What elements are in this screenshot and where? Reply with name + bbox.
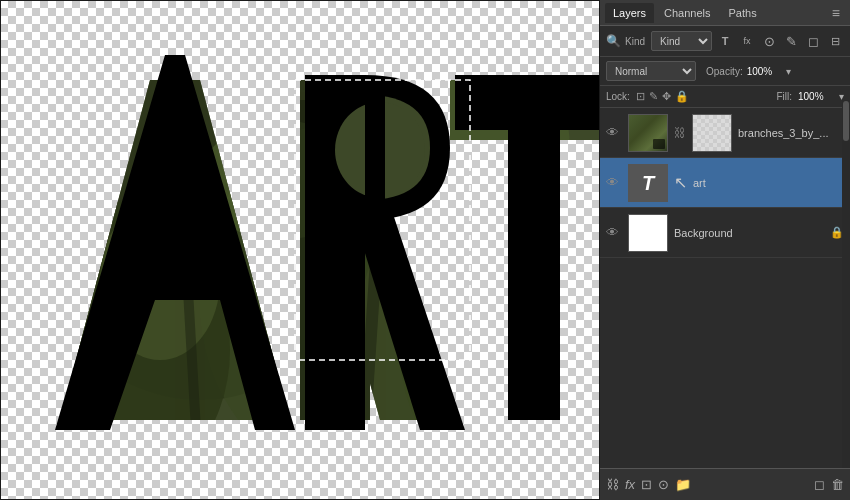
layer-mask-thumb-branches [692,114,732,152]
fill-label: Fill: [776,91,792,102]
lock-image-icon[interactable]: ✎ [649,90,658,103]
fill-value: 100% [798,91,833,102]
text-filter-icon[interactable]: T [716,32,734,50]
smart-filter-icon[interactable]: ⊟ [826,32,844,50]
lock-label: Lock: [606,91,630,102]
kind-dropdown[interactable]: Kind [651,31,712,51]
canvas-area [0,0,600,500]
opacity-value: 100% [747,66,782,77]
filter-row: 🔍 Kind Kind T fx ⊙ ✎ ◻ ⊟ [600,26,850,57]
opacity-arrow: ▾ [786,66,791,77]
blend-mode-dropdown[interactable]: Normal Multiply Screen Overlay [606,61,696,81]
layer-thumb-art: T [628,164,668,202]
blend-opacity-row: Normal Multiply Screen Overlay Opacity: … [600,57,850,86]
layer-thumb-background [628,214,668,252]
tab-layers[interactable]: Layers [605,3,654,23]
lock-icons-group: ⊡ ✎ ✥ 🔒 [636,90,689,103]
layer-thumb-white-content [629,215,667,251]
layer-visibility-branches[interactable]: 👁 [606,125,622,140]
panel-scrollbar-thumb[interactable] [843,101,849,141]
new-adjustment-button[interactable]: ⊙ [658,477,669,492]
tab-paths[interactable]: Paths [721,3,765,23]
layer-effects-button[interactable]: fx [625,477,635,492]
lock-transparent-icon[interactable]: ⊡ [636,90,645,103]
delete-layer-button[interactable]: 🗑 [831,477,844,492]
layer-item-branches[interactable]: 👁 ⛓ branches_3_by_... [600,108,850,158]
layers-panel: Layers Channels Paths ≡ 🔍 Kind Kind T fx… [600,0,850,500]
kind-label: Kind [625,36,645,47]
layer-name-background: Background [674,227,824,239]
svg-rect-30 [365,95,385,200]
lock-all-icon[interactable]: 🔒 [675,90,689,103]
lock-position-icon[interactable]: ✥ [662,90,671,103]
new-group-button[interactable]: 📁 [675,477,691,492]
panel-tabs: Layers Channels Paths ≡ [600,0,850,26]
opacity-label: Opacity: [706,66,743,77]
layer-cursor-icon: ↖ [674,173,687,192]
search-icon: 🔍 [606,34,621,48]
layer-name-branches: branches_3_by_... [738,127,844,139]
color-filter-icon[interactable]: ◻ [804,32,822,50]
new-layer-button[interactable]: ◻ [814,477,825,492]
layer-mask-content [693,115,731,151]
layer-item-background[interactable]: 👁 Background 🔒 [600,208,850,258]
add-mask-button[interactable]: ⊡ [641,477,652,492]
layer-visibility-background[interactable]: 👁 [606,225,622,240]
panel-menu-button[interactable]: ≡ [827,3,845,23]
layer-thumb-mask-indicator [653,139,665,149]
layer-chain-icon-branches: ⛓ [674,126,686,140]
link-layers-button[interactable]: ⛓ [606,477,619,492]
svg-rect-32 [508,130,560,420]
panel-scrollbar[interactable] [842,100,850,468]
svg-line-24 [470,150,480,500]
layer-thumb-text-indicator: T [642,171,654,194]
layer-item-art[interactable]: 👁 T ↖ art [600,158,850,208]
panel-bottom-toolbar: ⛓ fx ⊡ ⊙ 📁 ◻ 🗑 [600,468,850,500]
lock-fill-row: Lock: ⊡ ✎ ✥ 🔒 Fill: 100% ▾ [600,86,850,108]
layer-thumb-branches [628,114,668,152]
art-canvas [0,0,600,500]
type-filter-icon[interactable]: ✎ [782,32,800,50]
layer-visibility-art[interactable]: 👁 [606,175,622,190]
tab-channels[interactable]: Channels [656,3,718,23]
svg-rect-31 [455,75,600,130]
fx-filter-icon[interactable]: fx [738,32,756,50]
adjust-filter-icon[interactable]: ⊙ [760,32,778,50]
layer-name-art: art [693,177,844,189]
